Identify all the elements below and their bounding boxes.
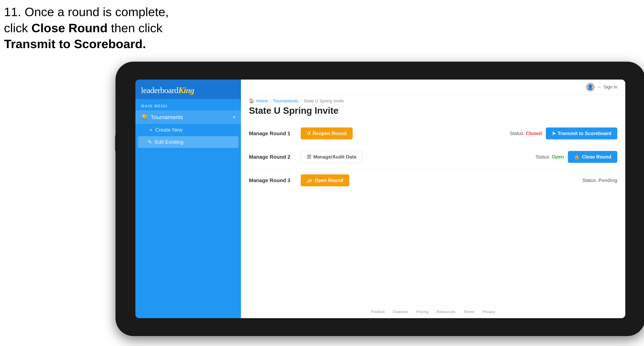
sidebar-item-create-new[interactable]: + Create New bbox=[136, 124, 241, 136]
edit-existing-label: Edit Existing bbox=[155, 139, 184, 145]
footer-privacy[interactable]: Privacy bbox=[482, 310, 496, 314]
transmit-icon: ➤ bbox=[552, 131, 556, 136]
round3-status: Status: Pending bbox=[582, 177, 617, 183]
footer: Product Features Pricing Resources Terms… bbox=[241, 306, 625, 318]
logo-text: leaderboard bbox=[141, 86, 178, 95]
home-icon: 🏠 bbox=[249, 98, 254, 104]
sign-in-area[interactable]: 👤 → Sign In bbox=[586, 83, 618, 91]
open-round-label: Open Round bbox=[315, 177, 343, 183]
app-layout: leaderboardKing MAIN MENU 🏆 Tournaments … bbox=[136, 80, 625, 318]
footer-pricing[interactable]: Pricing bbox=[416, 310, 428, 314]
rounds-area: Manage Round 1 ↺ Reopen Round Status: Cl… bbox=[241, 122, 625, 306]
footer-terms[interactable]: Terms bbox=[464, 310, 474, 314]
logo-area: leaderboardKing bbox=[136, 80, 241, 99]
round-row-3: Manage Round 3 📂 Open Round Status: Pend… bbox=[249, 169, 617, 192]
instruction-bold2: Transmit to Scoreboard. bbox=[4, 37, 146, 51]
main-content: 👤 → Sign In 🏠 Home / Tournaments / State… bbox=[241, 80, 625, 318]
close-round-button[interactable]: 🔒 Close Round bbox=[568, 151, 617, 163]
manage-audit-data-button[interactable]: ☰ Manage/Audit Data bbox=[301, 151, 362, 163]
manage-audit-label: Manage/Audit Data bbox=[313, 154, 356, 160]
round2-status-value: Open bbox=[552, 154, 564, 160]
open-round-button[interactable]: 📂 Open Round bbox=[301, 174, 349, 186]
round1-status-value: Closed bbox=[526, 131, 542, 136]
edit-icon: ✎ bbox=[148, 139, 152, 145]
sidebar-item-tournaments[interactable]: 🏆 Tournaments ▾ bbox=[136, 110, 241, 124]
lock-icon: 🔒 bbox=[574, 154, 580, 160]
round3-status-value: Pending bbox=[598, 177, 617, 183]
instruction-line2: click bbox=[4, 21, 32, 35]
round3-actions: Manage Round 3 📂 Open Round bbox=[249, 174, 578, 186]
breadcrumb-home[interactable]: Home bbox=[256, 98, 268, 104]
round1-status: Status: Closed bbox=[510, 131, 542, 136]
footer-resources[interactable]: Resources bbox=[436, 310, 456, 314]
sidebar-menu-label: MAIN MENU bbox=[136, 99, 241, 110]
footer-product[interactable]: Product bbox=[371, 310, 385, 314]
instruction-line3: then click bbox=[108, 21, 162, 35]
sign-in-label: → bbox=[597, 85, 602, 90]
reopen-icon: ↺ bbox=[307, 131, 311, 136]
tablet-screen: leaderboardKing MAIN MENU 🏆 Tournaments … bbox=[136, 80, 625, 318]
chevron-down-icon: ▾ bbox=[233, 115, 236, 120]
sidebar-item-edit-existing[interactable]: ✎ Edit Existing bbox=[138, 136, 238, 148]
round1-title: Manage Round 1 bbox=[249, 131, 297, 137]
breadcrumb-sep1: / bbox=[270, 98, 271, 104]
manage-icon: ☰ bbox=[307, 154, 311, 160]
round-row-2: Manage Round 2 ☰ Manage/Audit Data Statu… bbox=[249, 145, 617, 169]
transmit-to-scoreboard-button[interactable]: ➤ Transmit to Scoreboard bbox=[546, 128, 617, 139]
reopen-round-label: Reopen Round bbox=[313, 131, 347, 136]
folder-icon: 📂 bbox=[307, 177, 313, 183]
transmit-label: Transmit to Scoreboard bbox=[558, 131, 611, 136]
instruction-block: 11. Once a round is complete, click Clos… bbox=[4, 4, 169, 52]
user-avatar: 👤 bbox=[586, 83, 594, 91]
round3-title: Manage Round 3 bbox=[249, 177, 297, 183]
sign-in-text: Sign In bbox=[604, 85, 618, 90]
reopen-round-button[interactable]: ↺ Reopen Round bbox=[301, 128, 353, 139]
footer-features[interactable]: Features bbox=[393, 310, 408, 314]
round2-status: Status: Open bbox=[536, 154, 564, 160]
close-round-label: Close Round bbox=[582, 154, 611, 160]
create-new-label: Create New bbox=[155, 127, 182, 133]
page-title: State U Spring Invite bbox=[241, 105, 625, 122]
tablet-device: leaderboardKing MAIN MENU 🏆 Tournaments … bbox=[116, 62, 644, 336]
sidebar: leaderboardKing MAIN MENU 🏆 Tournaments … bbox=[136, 80, 241, 318]
round1-actions: Manage Round 1 ↺ Reopen Round bbox=[249, 128, 506, 139]
logo-king: King bbox=[178, 86, 194, 95]
round2-title: Manage Round 2 bbox=[249, 154, 297, 160]
breadcrumb: 🏠 Home / Tournaments / State U Spring In… bbox=[241, 95, 625, 105]
round-row-1: Manage Round 1 ↺ Reopen Round Status: Cl… bbox=[249, 122, 617, 145]
logo: leaderboardKing bbox=[141, 86, 236, 95]
top-nav: 👤 → Sign In bbox=[241, 80, 625, 95]
breadcrumb-tournaments[interactable]: Tournaments bbox=[273, 98, 298, 104]
sidebar-tournaments-label: Tournaments bbox=[151, 114, 183, 121]
round2-actions: Manage Round 2 ☰ Manage/Audit Data bbox=[249, 151, 532, 163]
breadcrumb-sep2: / bbox=[300, 98, 302, 104]
instruction-bold1: Close Round bbox=[32, 21, 108, 35]
plus-icon: + bbox=[149, 127, 152, 133]
breadcrumb-current: State U Spring Invite bbox=[304, 98, 344, 104]
instruction-line1: 11. Once a round is complete, bbox=[4, 5, 169, 19]
trophy-icon: 🏆 bbox=[141, 114, 148, 121]
